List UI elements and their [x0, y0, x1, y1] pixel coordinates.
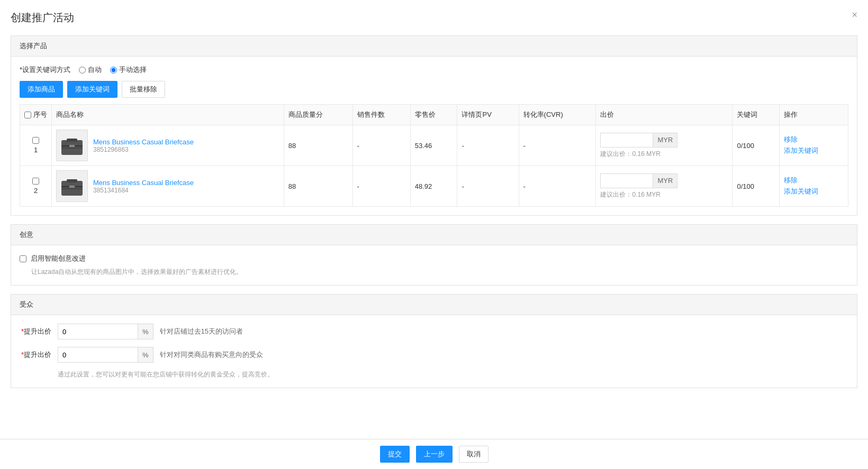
audience-header: 受众	[11, 295, 857, 315]
svg-rect-8	[69, 186, 75, 188]
bid-input-wrap: MYR	[600, 173, 728, 188]
col-price-header: 零售价	[410, 105, 457, 125]
row-cvr-cell: -	[519, 166, 596, 207]
row-quality-cell: 88	[284, 166, 352, 207]
add-keyword-row-button[interactable]: 添加关键词	[784, 145, 818, 157]
keyword-mode-row: *设置关键词方式 自动 手动选择	[20, 65, 848, 75]
creative-header: 创意	[11, 225, 857, 245]
creative-description: 让Lazada自动从您现有的商品图片中，选择效果最好的广告素材进行优化。	[31, 268, 848, 277]
creative-section: 创意 启用智能创意改进 让Lazada自动从您现有的商品图片中，选择效果最好的广…	[11, 224, 857, 286]
add-keyword-button[interactable]: 添加关键词	[67, 81, 117, 98]
product-name: Mens Business Casual Briefcase	[93, 138, 194, 146]
audience-bid-input[interactable]	[58, 347, 138, 362]
svg-rect-1	[67, 139, 77, 142]
row-sales-cell: -	[352, 166, 410, 207]
row-keywords-cell: 0/100	[733, 166, 780, 207]
row-checkbox[interactable]	[32, 178, 39, 185]
row-bid-cell: MYR 建议出价：0.16 MYR	[596, 125, 733, 166]
row-ops-cell: 移除 添加关键词	[780, 166, 848, 207]
audience-row-label: *提升出价	[20, 350, 51, 360]
radio-manual-input[interactable]	[110, 67, 117, 73]
bid-input[interactable]	[600, 173, 653, 188]
col-sales-header: 销售件数	[352, 105, 410, 125]
audience-body: *提升出价 % 针对店铺过去15天的访问者 *提升出价 % 针对对同类商品有购买…	[11, 315, 857, 388]
col-cvr-header: 转化率(CVR)	[519, 105, 596, 125]
radio-manual-label: 手动选择	[119, 65, 147, 75]
col-checkbox: 序号	[20, 105, 52, 125]
bottom-bar: 提交 上一步 取消	[0, 439, 868, 469]
audience-row: *提升出价 % 针对店铺过去15天的访问者	[20, 324, 848, 339]
audience-suffix: %	[138, 347, 153, 362]
select-all-checkbox[interactable]	[24, 112, 31, 118]
svg-rect-6	[67, 179, 77, 182]
col-index-header: 序号	[33, 110, 47, 119]
row-index: 1	[24, 146, 47, 154]
audience-section: 受众 *提升出价 % 针对店铺过去15天的访问者 *提升出价 % 针对对同类商品…	[11, 294, 857, 388]
row-sales-cell: -	[352, 125, 410, 166]
radio-auto[interactable]: 自动	[79, 65, 102, 75]
row-checkbox-cell: 2	[20, 166, 52, 207]
row-pv-cell: -	[457, 166, 519, 207]
row-checkbox[interactable]	[32, 137, 39, 144]
col-pv-header: 详情页PV	[457, 105, 519, 125]
add-keyword-row-button[interactable]: 添加关键词	[784, 186, 818, 197]
creative-checkbox-row: 启用智能创意改进	[20, 254, 848, 263]
action-buttons-row: 添加商品 添加关键词 批量移除	[20, 81, 848, 98]
audience-row-label: *提升出价	[20, 327, 51, 336]
cancel-button[interactable]: 取消	[459, 446, 489, 463]
row-pv-cell: -	[457, 125, 519, 166]
product-id: 3851296863	[93, 146, 194, 153]
audience-footer: 通过此设置，您可以对更有可能在您店铺中获得转化的黄金受众，提高竞价。	[58, 370, 848, 379]
radio-manual[interactable]: 手动选择	[110, 65, 147, 75]
select-product-body: *设置关键词方式 自动 手动选择 添加商品 添加关键词 批量移除	[11, 57, 857, 215]
radio-auto-label: 自动	[88, 65, 102, 75]
product-info: Mens Business Casual Briefcase 385129686…	[56, 130, 279, 161]
prev-button[interactable]: 上一步	[416, 446, 453, 463]
col-bid-header: 出价	[596, 105, 733, 125]
row-bid-cell: MYR 建议出价：0.16 MYR	[596, 166, 733, 207]
select-product-header: 选择产品	[11, 36, 857, 57]
product-id: 3851341684	[93, 187, 194, 194]
audience-bid-input[interactable]	[58, 324, 138, 339]
product-thumbnail	[56, 130, 88, 161]
remove-button[interactable]: 移除	[784, 175, 798, 186]
keyword-mode-label: *设置关键词方式	[20, 65, 70, 75]
table-row: 1 Mens Business Casual Briefcas	[20, 125, 848, 166]
product-name: Mens Business Casual Briefcase	[93, 179, 194, 187]
bid-currency: MYR	[653, 173, 677, 188]
product-details: Mens Business Casual Briefcase 385129686…	[93, 138, 194, 153]
close-button[interactable]: ×	[852, 10, 857, 21]
row-index: 2	[24, 187, 47, 195]
select-product-section: 选择产品 *设置关键词方式 自动 手动选择 添加商品 添加关键词 批量移除	[11, 35, 857, 216]
bid-currency: MYR	[653, 133, 677, 148]
product-details: Mens Business Casual Briefcase 385134168…	[93, 179, 194, 194]
radio-auto-input[interactable]	[79, 67, 86, 73]
audience-suffix: %	[138, 324, 153, 339]
bid-suggest: 建议出价：0.16 MYR	[600, 150, 728, 159]
svg-rect-5	[61, 181, 83, 196]
product-info: Mens Business Casual Briefcase 385134168…	[56, 170, 279, 202]
bid-suggest: 建议出价：0.16 MYR	[600, 190, 728, 199]
page-title: 创建推广活动	[11, 11, 857, 25]
product-thumbnail	[56, 170, 88, 202]
row-keywords-cell: 0/100	[733, 125, 780, 166]
add-product-button[interactable]: 添加商品	[20, 81, 63, 98]
bid-input-wrap: MYR	[600, 133, 728, 148]
bid-input[interactable]	[600, 133, 653, 148]
row-cvr-cell: -	[519, 125, 596, 166]
table-row: 2 Mens Business Casual Briefcas	[20, 166, 848, 207]
row-checkbox-cell: 1	[20, 125, 52, 166]
audience-input-wrap: %	[58, 324, 153, 339]
page-container: 创建推广活动 × 选择产品 *设置关键词方式 自动 手动选择 添加商品 添加关键…	[0, 0, 868, 469]
col-quality-header: 商品质量分	[284, 105, 352, 125]
row-product-cell: Mens Business Casual Briefcase 385134168…	[52, 166, 284, 207]
smart-creative-checkbox[interactable]	[20, 255, 26, 262]
remove-button[interactable]: 移除	[784, 134, 798, 145]
svg-rect-0	[61, 140, 83, 155]
audience-hint: 针对店铺过去15天的访问者	[160, 327, 243, 336]
batch-remove-button[interactable]: 批量移除	[122, 81, 165, 98]
submit-button[interactable]: 提交	[380, 446, 410, 463]
audience-hint: 针对对同类商品有购买意向的受众	[160, 350, 263, 360]
row-price-cell: 48.92	[410, 166, 457, 207]
row-ops-cell: 移除 添加关键词	[780, 125, 848, 166]
